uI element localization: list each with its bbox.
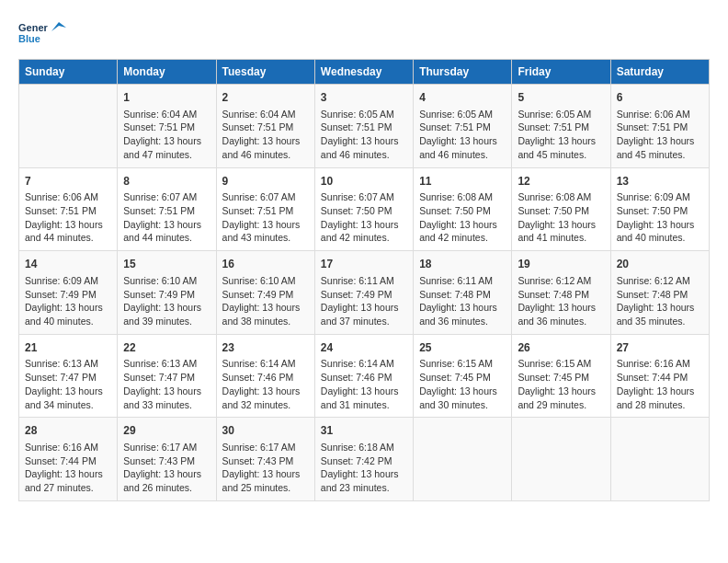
calendar-cell: 27Sunrise: 6:16 AM Sunset: 7:44 PM Dayli… [610, 334, 709, 418]
day-header-sunday: Sunday [19, 60, 118, 85]
day-header-tuesday: Tuesday [216, 60, 314, 85]
day-number: 16 [222, 257, 309, 272]
logo-svg: General Blue [18, 18, 48, 44]
calendar-cell: 14Sunrise: 6:09 AM Sunset: 7:49 PM Dayli… [19, 251, 118, 335]
day-content: Sunrise: 6:14 AM Sunset: 7:46 PM Dayligh… [222, 357, 309, 411]
day-content: Sunrise: 6:06 AM Sunset: 7:51 PM Dayligh… [25, 190, 111, 245]
day-number: 13 [617, 174, 703, 190]
calendar-cell: 10Sunrise: 6:07 AM Sunset: 7:50 PM Dayli… [314, 167, 413, 251]
day-content: Sunrise: 6:06 AM Sunset: 7:51 PM Dayligh… [617, 108, 703, 162]
day-content: Sunrise: 6:16 AM Sunset: 7:44 PM Dayligh… [617, 357, 703, 411]
day-number: 8 [123, 174, 210, 190]
day-number: 19 [518, 257, 604, 272]
day-number: 1 [123, 90, 210, 106]
calendar-cell: 28Sunrise: 6:16 AM Sunset: 7:44 PM Dayli… [19, 418, 118, 501]
day-number: 23 [222, 340, 309, 356]
week-row-1: 1Sunrise: 6:04 AM Sunset: 7:51 PM Daylig… [19, 85, 710, 168]
day-content: Sunrise: 6:09 AM Sunset: 7:50 PM Dayligh… [617, 190, 703, 245]
day-header-thursday: Thursday [414, 60, 512, 85]
day-content: Sunrise: 6:04 AM Sunset: 7:51 PM Dayligh… [123, 108, 210, 162]
day-content: Sunrise: 6:11 AM Sunset: 7:49 PM Dayligh… [321, 274, 407, 328]
day-content: Sunrise: 6:11 AM Sunset: 7:48 PM Dayligh… [419, 274, 506, 328]
calendar-cell [610, 418, 709, 501]
day-content: Sunrise: 6:17 AM Sunset: 7:43 PM Dayligh… [123, 441, 210, 495]
day-header-monday: Monday [118, 60, 216, 85]
calendar-body: 1Sunrise: 6:04 AM Sunset: 7:51 PM Daylig… [19, 85, 710, 501]
calendar-cell: 15Sunrise: 6:10 AM Sunset: 7:49 PM Dayli… [118, 251, 216, 335]
day-number: 21 [25, 340, 111, 356]
day-number: 9 [222, 174, 309, 190]
day-number: 12 [518, 174, 604, 190]
calendar-cell: 9Sunrise: 6:07 AM Sunset: 7:51 PM Daylig… [216, 167, 314, 251]
day-number: 10 [321, 174, 407, 190]
calendar-cell: 18Sunrise: 6:11 AM Sunset: 7:48 PM Dayli… [414, 251, 512, 335]
day-number: 14 [25, 257, 111, 272]
svg-text:Blue: Blue [18, 33, 40, 44]
day-number: 17 [321, 257, 407, 272]
day-content: Sunrise: 6:17 AM Sunset: 7:43 PM Dayligh… [222, 441, 309, 495]
day-content: Sunrise: 6:08 AM Sunset: 7:50 PM Dayligh… [518, 190, 604, 245]
calendar-cell: 22Sunrise: 6:13 AM Sunset: 7:47 PM Dayli… [118, 334, 216, 418]
day-number: 6 [617, 90, 703, 106]
day-content: Sunrise: 6:07 AM Sunset: 7:50 PM Dayligh… [321, 190, 407, 245]
day-number: 20 [617, 257, 703, 272]
day-content: Sunrise: 6:12 AM Sunset: 7:48 PM Dayligh… [617, 274, 703, 328]
day-number: 28 [25, 423, 111, 439]
logo: General Blue [18, 18, 68, 44]
calendar-cell: 26Sunrise: 6:15 AM Sunset: 7:45 PM Dayli… [512, 334, 610, 418]
calendar-cell [19, 85, 118, 168]
calendar-cell: 31Sunrise: 6:18 AM Sunset: 7:42 PM Dayli… [314, 418, 413, 501]
calendar-cell: 17Sunrise: 6:11 AM Sunset: 7:49 PM Dayli… [314, 251, 413, 335]
svg-text:General: General [18, 22, 48, 33]
day-number: 25 [419, 340, 506, 356]
day-content: Sunrise: 6:07 AM Sunset: 7:51 PM Dayligh… [222, 190, 309, 245]
calendar-cell: 29Sunrise: 6:17 AM Sunset: 7:43 PM Dayli… [118, 418, 216, 501]
week-row-3: 14Sunrise: 6:09 AM Sunset: 7:49 PM Dayli… [19, 251, 710, 335]
week-row-5: 28Sunrise: 6:16 AM Sunset: 7:44 PM Dayli… [19, 418, 710, 501]
day-content: Sunrise: 6:12 AM Sunset: 7:48 PM Dayligh… [518, 274, 604, 328]
svg-marker-2 [51, 22, 66, 31]
day-content: Sunrise: 6:04 AM Sunset: 7:51 PM Dayligh… [222, 108, 309, 162]
day-number: 26 [518, 340, 604, 356]
calendar-cell: 1Sunrise: 6:04 AM Sunset: 7:51 PM Daylig… [118, 85, 216, 168]
day-number: 5 [518, 90, 604, 106]
calendar-table: SundayMondayTuesdayWednesdayThursdayFrid… [18, 59, 710, 501]
calendar-cell: 6Sunrise: 6:06 AM Sunset: 7:51 PM Daylig… [610, 85, 709, 168]
week-row-2: 7Sunrise: 6:06 AM Sunset: 7:51 PM Daylig… [19, 167, 710, 251]
day-header-friday: Friday [512, 60, 610, 85]
day-content: Sunrise: 6:08 AM Sunset: 7:50 PM Dayligh… [419, 190, 506, 245]
day-header-wednesday: Wednesday [314, 60, 413, 85]
calendar-header-row: SundayMondayTuesdayWednesdayThursdayFrid… [19, 60, 710, 85]
day-content: Sunrise: 6:13 AM Sunset: 7:47 PM Dayligh… [25, 357, 111, 411]
day-content: Sunrise: 6:05 AM Sunset: 7:51 PM Dayligh… [518, 108, 604, 162]
day-number: 4 [419, 90, 506, 106]
day-number: 11 [419, 174, 506, 190]
calendar-cell: 2Sunrise: 6:04 AM Sunset: 7:51 PM Daylig… [216, 85, 314, 168]
day-content: Sunrise: 6:05 AM Sunset: 7:51 PM Dayligh… [419, 108, 506, 162]
day-number: 27 [617, 340, 703, 356]
calendar-cell: 4Sunrise: 6:05 AM Sunset: 7:51 PM Daylig… [414, 85, 512, 168]
day-number: 22 [123, 340, 210, 356]
day-content: Sunrise: 6:05 AM Sunset: 7:51 PM Dayligh… [321, 108, 407, 162]
day-content: Sunrise: 6:07 AM Sunset: 7:51 PM Dayligh… [123, 190, 210, 245]
day-content: Sunrise: 6:10 AM Sunset: 7:49 PM Dayligh… [123, 274, 210, 328]
day-number: 24 [321, 340, 407, 356]
day-number: 3 [321, 90, 407, 106]
calendar-cell: 11Sunrise: 6:08 AM Sunset: 7:50 PM Dayli… [414, 167, 512, 251]
day-content: Sunrise: 6:15 AM Sunset: 7:45 PM Dayligh… [518, 357, 604, 411]
day-header-saturday: Saturday [610, 60, 709, 85]
calendar-cell: 7Sunrise: 6:06 AM Sunset: 7:51 PM Daylig… [19, 167, 118, 251]
calendar-cell: 19Sunrise: 6:12 AM Sunset: 7:48 PM Dayli… [512, 251, 610, 335]
calendar-cell: 3Sunrise: 6:05 AM Sunset: 7:51 PM Daylig… [314, 85, 413, 168]
calendar-cell [414, 418, 512, 501]
day-number: 7 [25, 174, 111, 190]
logo-bird-icon [50, 18, 68, 37]
calendar-cell: 8Sunrise: 6:07 AM Sunset: 7:51 PM Daylig… [118, 167, 216, 251]
calendar-cell: 20Sunrise: 6:12 AM Sunset: 7:48 PM Dayli… [610, 251, 709, 335]
calendar-cell: 21Sunrise: 6:13 AM Sunset: 7:47 PM Dayli… [19, 334, 118, 418]
day-content: Sunrise: 6:09 AM Sunset: 7:49 PM Dayligh… [25, 274, 111, 328]
calendar-cell: 24Sunrise: 6:14 AM Sunset: 7:46 PM Dayli… [314, 334, 413, 418]
day-number: 2 [222, 90, 309, 106]
day-content: Sunrise: 6:16 AM Sunset: 7:44 PM Dayligh… [25, 441, 111, 495]
page-header: General Blue [18, 18, 710, 44]
